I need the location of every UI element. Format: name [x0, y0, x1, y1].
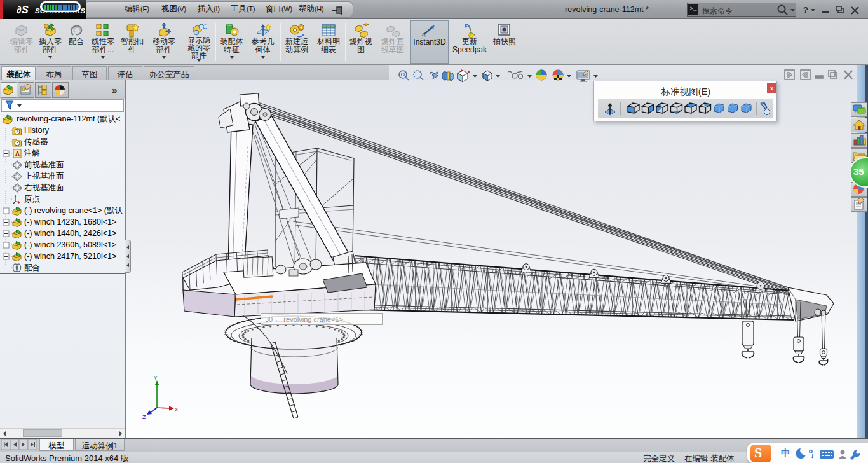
svg-text:A: A — [15, 150, 20, 158]
svg-text:右视基准面: 右视基准面 — [24, 183, 64, 192]
svg-text:History: History — [24, 126, 50, 135]
svg-text:(-) revolving crane<1> (默认: (-) revolving crane<1> (默认 — [24, 206, 123, 215]
svg-text:上视基准面: 上视基准面 — [24, 172, 64, 181]
svg-text:原点: 原点 — [24, 195, 40, 204]
svg-text:传感器: 传感器 — [24, 137, 48, 146]
svg-text:(-) winch 2417h, 5210l<1>: (-) winch 2417h, 5210l<1> — [24, 252, 116, 261]
svg-text:配合: 配合 — [24, 263, 40, 272]
svg-text:revolving-crane-112mt (默认<: revolving-crane-112mt (默认< — [17, 114, 120, 123]
svg-text:Y: Y — [154, 375, 158, 382]
svg-text:(-) winch 1440h, 2426l<1>: (-) winch 1440h, 2426l<1> — [24, 229, 116, 238]
svg-text:(-) winch 2360h, 5089l<1>: (-) winch 2360h, 5089l<1> — [24, 240, 116, 249]
svg-text:前视基准面: 前视基准面 — [24, 160, 64, 169]
svg-text:注解: 注解 — [24, 149, 41, 158]
svg-text:X: X — [175, 407, 179, 413]
svg-text:Z: Z — [142, 415, 146, 421]
svg-text:(-) winch 1423h, 1680l<1>: (-) winch 1423h, 1680l<1> — [24, 218, 116, 226]
